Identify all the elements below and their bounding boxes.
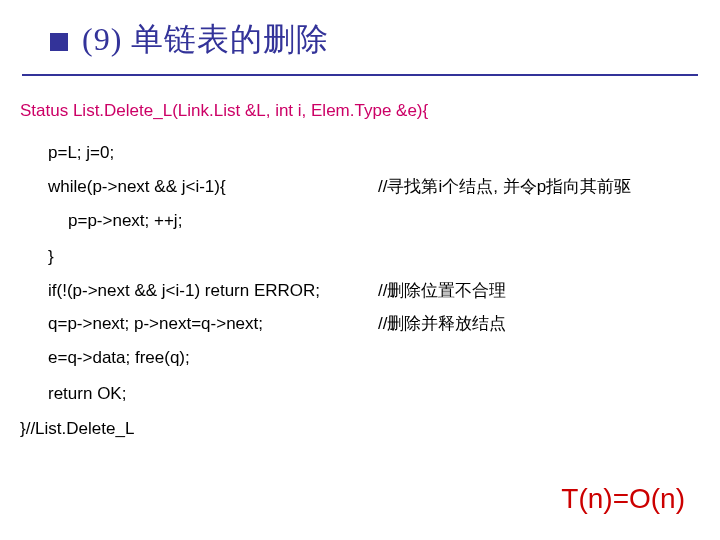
comment-if: //删除位置不合理 bbox=[378, 279, 506, 302]
slide-title-bar: (9) 单链表的删除 bbox=[0, 0, 720, 74]
code-q: q=p->next; p->next=q->next; bbox=[48, 314, 378, 334]
code-return: return OK; bbox=[20, 381, 700, 407]
code-while: while(p->next && j<i-1){ bbox=[48, 177, 378, 197]
code-while-row: while(p->next && j<i-1){ //寻找第i个结点, 并令p指… bbox=[20, 175, 700, 198]
code-close: }//List.Delete_L bbox=[20, 416, 700, 442]
time-complexity: T(n)=O(n) bbox=[561, 483, 685, 515]
code-content: Status List.Delete_L(Link.List &L, int i… bbox=[0, 76, 720, 442]
slide-title: (9) 单链表的删除 bbox=[82, 18, 329, 62]
title-bullet-icon bbox=[50, 33, 68, 51]
comment-while: //寻找第i个结点, 并令p指向其前驱 bbox=[378, 175, 631, 198]
code-loop-body: p=p->next; ++j; bbox=[20, 208, 700, 234]
code-init: p=L; j=0; bbox=[20, 140, 700, 166]
comment-q: //删除并释放结点 bbox=[378, 312, 506, 335]
code-if-row: if(!(p->next && j<i-1) return ERROR; //删… bbox=[20, 279, 700, 302]
code-if: if(!(p->next && j<i-1) return ERROR; bbox=[48, 281, 378, 301]
function-signature: Status List.Delete_L(Link.List &L, int i… bbox=[20, 98, 700, 124]
code-q-row: q=p->next; p->next=q->next; //删除并释放结点 bbox=[20, 312, 700, 335]
code-e: e=q->data; free(q); bbox=[20, 345, 700, 371]
code-brace-close: } bbox=[20, 244, 700, 270]
